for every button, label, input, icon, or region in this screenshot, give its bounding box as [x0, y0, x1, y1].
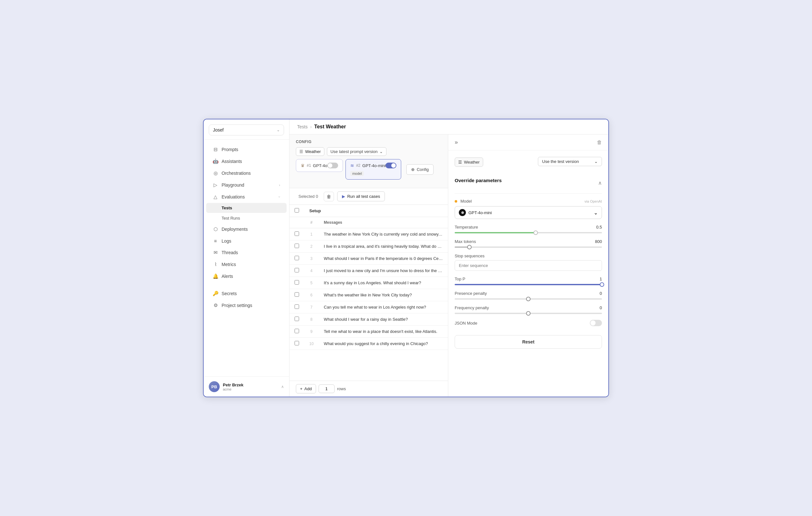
user-org: acme — [223, 387, 278, 391]
run-all-button[interactable]: ▶ Run all test cases — [337, 191, 385, 201]
row-checkbox[interactable] — [295, 329, 299, 333]
max-tokens-thumb[interactable] — [467, 245, 472, 249]
collapse-button[interactable]: ∧ — [598, 180, 602, 186]
model-card-gpt4o-mini[interactable]: ≋ #2 GPT-4o-mini model — [346, 159, 401, 180]
sidebar-item-metrics[interactable]: ⌇ Metrics — [206, 259, 287, 270]
row-checkbox[interactable] — [295, 268, 299, 272]
row-checkbox[interactable] — [295, 292, 299, 297]
sidebar-item-label-deployments: Deployments — [222, 226, 248, 232]
sidebar-item-prompts[interactable]: ⊟ Prompts — [206, 144, 287, 155]
row-checkbox-cell — [289, 265, 304, 277]
sidebar-item-evaluations[interactable]: △ Evaluations › — [206, 191, 287, 203]
row-checkbox[interactable] — [295, 256, 299, 260]
stop-sequences-label: Stop sequences — [455, 253, 485, 258]
prompt-tag[interactable]: ☰ Weather — [296, 147, 324, 156]
breadcrumb-tests[interactable]: Tests — [297, 124, 308, 129]
right-prompt-name: Weather — [464, 160, 480, 164]
prompt-tag-name: Weather — [305, 149, 321, 154]
row-number: 6 — [304, 289, 319, 301]
presence-penalty-label: Presence penalty — [455, 291, 487, 296]
row-checkbox-cell — [289, 338, 304, 350]
expand-button[interactable]: » — [455, 139, 458, 146]
sidebar-item-alerts[interactable]: 🔔 Alerts — [206, 271, 287, 282]
right-prompt-badge[interactable]: ☰ Weather — [455, 157, 483, 167]
row-message: The weather in New York City is currentl… — [319, 228, 448, 240]
row-checkbox[interactable] — [295, 280, 299, 284]
override-params-header: Override parameters ∧ — [455, 178, 602, 188]
sidebar-subitem-test-runs[interactable]: Test Runs — [206, 213, 287, 223]
prompt-tag-icon: ☰ — [299, 149, 303, 154]
config-label: Config — [296, 140, 441, 144]
table-row: 2 I live in a tropical area, and it's ra… — [289, 240, 448, 252]
model-dot-indicator — [455, 200, 457, 203]
row-number: 1 — [304, 228, 319, 240]
sidebar-item-label-evaluations: Evaluations — [222, 194, 244, 200]
version-dropdown[interactable]: Use the test version ⌄ — [538, 157, 602, 166]
model-select[interactable]: ⊛ GPT-4o-mini ⌄ — [455, 206, 602, 219]
rows-label: rows — [337, 386, 346, 391]
stop-sequence-input[interactable] — [455, 260, 602, 271]
sidebar-item-label-assistants: Assistants — [222, 159, 242, 164]
row-checkbox[interactable] — [295, 304, 299, 309]
temperature-slider[interactable] — [455, 232, 602, 233]
model-card-gpt4o[interactable]: ♛ #1 GPT-4o — [296, 159, 343, 172]
right-panel-delete-button[interactable]: 🗑 — [597, 140, 602, 145]
override-params-title: Override parameters — [455, 178, 502, 183]
stop-sequences-param-row: Stop sequences — [455, 253, 602, 271]
presence-penalty-slider[interactable] — [455, 298, 602, 300]
sidebar-item-logs[interactable]: ≡ Logs — [206, 235, 287, 246]
row-checkbox-cell — [289, 277, 304, 289]
model-crown-icon: ♛ — [301, 163, 305, 168]
logs-icon: ≡ — [212, 238, 219, 244]
right-panel: » 🗑 ☰ Weather Use the test version ⌄ — [448, 134, 608, 397]
row-number: 2 — [304, 240, 319, 252]
add-button[interactable]: + Add — [296, 384, 316, 393]
row-number: 10 — [304, 338, 319, 350]
workspace-selector[interactable]: Josef ⌄ — [209, 124, 284, 135]
row-message: What would you suggest for a chilly even… — [319, 338, 448, 350]
presence-penalty-thumb[interactable] — [526, 297, 530, 301]
row-checkbox[interactable] — [295, 232, 299, 236]
tests-label: Tests — [222, 206, 232, 210]
delete-button[interactable]: 🗑 — [324, 192, 334, 201]
top-p-slider[interactable] — [455, 284, 602, 285]
test-runs-label: Test Runs — [222, 216, 240, 220]
frequency-penalty-param-row: Frequency penalty 0 — [455, 305, 602, 314]
select-all-checkbox[interactable] — [295, 208, 299, 213]
playground-chevron-icon: › — [279, 183, 280, 187]
rows-input[interactable] — [319, 385, 335, 393]
row-number: 8 — [304, 313, 319, 326]
row-message: I live in a tropical area, and it's rain… — [319, 240, 448, 252]
run-all-label: Run all test cases — [347, 194, 380, 199]
reset-button[interactable]: Reset — [455, 335, 602, 348]
sidebar-item-project-settings[interactable]: ⚙ Project settings — [206, 300, 287, 311]
row-checkbox[interactable] — [295, 341, 299, 345]
right-prompt-icon: ☰ — [458, 160, 462, 164]
temperature-fill — [455, 232, 536, 233]
version-chevron-icon: ⌄ — [379, 149, 383, 154]
row-checkbox[interactable] — [295, 316, 299, 321]
user-row[interactable]: PB Petr Brzek acme ∧ — [209, 381, 284, 392]
sidebar-item-deployments[interactable]: ⬡ Deployments — [206, 223, 287, 235]
add-icon: + — [300, 386, 302, 391]
temperature-thumb[interactable] — [533, 231, 538, 235]
row-number: 9 — [304, 326, 319, 338]
sidebar-item-playground[interactable]: ▷ Playground › — [206, 179, 287, 191]
sidebar-item-threads[interactable]: ✉ Threads — [206, 247, 287, 258]
sidebar-header: Josef ⌄ — [204, 119, 289, 140]
model-2-toggle[interactable] — [385, 162, 397, 169]
frequency-penalty-thumb[interactable] — [526, 311, 530, 315]
top-p-thumb[interactable] — [600, 282, 604, 287]
sidebar-item-secrets[interactable]: 🔑 Secrets — [206, 288, 287, 299]
sidebar-subitem-tests[interactable]: Tests — [206, 203, 287, 213]
sidebar-item-label-playground: Playground — [222, 182, 244, 188]
config-button[interactable]: ⊕ Config — [406, 164, 434, 175]
version-select[interactable]: Use latest prompt version ⌄ — [327, 147, 386, 156]
sidebar-item-assistants[interactable]: 🤖 Assistants — [206, 156, 287, 167]
row-checkbox[interactable] — [295, 244, 299, 248]
model-1-toggle[interactable] — [327, 162, 338, 169]
frequency-penalty-slider[interactable] — [455, 313, 602, 314]
sidebar-item-orchestrations[interactable]: ◎ Orchestrations — [206, 168, 287, 179]
json-mode-toggle[interactable] — [590, 320, 602, 326]
max-tokens-slider[interactable] — [455, 246, 602, 248]
